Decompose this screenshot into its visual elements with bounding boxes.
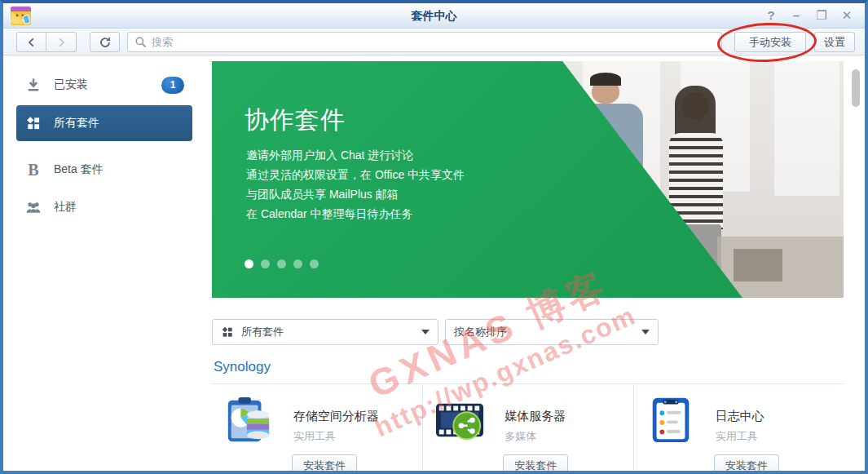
help-icon[interactable]: ? bbox=[764, 7, 778, 24]
sort-value: 按名称排序 bbox=[454, 325, 507, 339]
package-category: 实用工具 bbox=[716, 429, 758, 444]
banner-title: 协作套件 bbox=[245, 104, 346, 137]
manual-install-button[interactable]: 手动安装 bbox=[734, 32, 806, 52]
package-card-log-center: 日志中心 实用工具 安装套件 bbox=[633, 384, 844, 471]
maximize-icon[interactable]: ❐ bbox=[815, 7, 828, 24]
chevron-down-icon bbox=[421, 330, 430, 334]
banner-description: 邀请外部用户加入 Chat 进行讨论 通过灵活的权限设置，在 Office 中共… bbox=[246, 145, 465, 224]
sidebar-item-installed[interactable]: 已安装 1 bbox=[16, 72, 192, 98]
banner-line: 与团队成员共享 MailPlus 邮箱 bbox=[246, 184, 465, 204]
package-name: 媒体服务器 bbox=[504, 409, 566, 424]
banner-dot-4[interactable] bbox=[293, 259, 302, 268]
sidebar-item-beta[interactable]: B Beta 套件 bbox=[16, 157, 192, 183]
promo-banner[interactable]: 协作套件 邀请外部用户加入 Chat 进行讨论 通过灵活的权限设置，在 Offi… bbox=[212, 61, 844, 298]
package-center-window: 套件中心 ? – ❐ ✕ bbox=[0, 0, 868, 474]
beta-icon: B bbox=[24, 161, 42, 179]
banner-line: 邀请外部用户加入 Chat 进行讨论 bbox=[246, 145, 465, 165]
storage-analyzer-icon bbox=[223, 394, 274, 445]
package-category: 实用工具 bbox=[293, 429, 336, 444]
banner-line: 通过灵活的权限设置，在 Office 中共享文件 bbox=[246, 165, 465, 184]
banner-dot-5[interactable] bbox=[310, 259, 319, 268]
forward-button[interactable] bbox=[46, 32, 77, 52]
section-heading-synology: Synology bbox=[214, 359, 271, 375]
installed-count-badge: 1 bbox=[161, 77, 184, 94]
banner-dot-3[interactable] bbox=[277, 259, 286, 268]
log-center-icon bbox=[645, 394, 696, 445]
install-button[interactable]: 安装套件 bbox=[292, 454, 357, 471]
package-name: 存储空间分析器 bbox=[293, 409, 379, 424]
close-icon[interactable]: ✕ bbox=[840, 7, 853, 24]
sidebar-item-label: 所有套件 bbox=[54, 116, 99, 131]
grid-icon bbox=[221, 326, 234, 339]
package-card-storage-analyzer: 存储空间分析器 实用工具 安装套件 bbox=[212, 384, 422, 471]
install-button[interactable]: 安装套件 bbox=[714, 454, 779, 471]
sidebar-item-label: 社群 bbox=[54, 200, 77, 215]
package-name: 日志中心 bbox=[716, 409, 764, 424]
window-title: 套件中心 bbox=[3, 9, 865, 24]
search-box bbox=[127, 32, 722, 52]
back-button[interactable] bbox=[16, 32, 46, 52]
sidebar: 已安装 1 所有套件 B Beta 套件 bbox=[3, 55, 202, 471]
vertical-scrollbar-thumb[interactable] bbox=[852, 69, 860, 107]
media-server-icon bbox=[434, 394, 485, 445]
category-filter-value: 所有套件 bbox=[241, 325, 284, 339]
minimize-icon[interactable]: – bbox=[790, 7, 803, 24]
package-category: 多媒体 bbox=[504, 429, 536, 444]
banner-dot-1[interactable] bbox=[245, 259, 253, 268]
grid-icon bbox=[24, 114, 42, 132]
category-filter-dropdown[interactable]: 所有套件 bbox=[212, 319, 438, 345]
community-icon bbox=[24, 198, 42, 216]
sidebar-item-community[interactable]: 社群 bbox=[16, 194, 192, 220]
refresh-button[interactable] bbox=[90, 32, 120, 52]
sidebar-item-label: 已安装 bbox=[54, 78, 88, 92]
package-card-media-server: 媒体服务器 多媒体 安装套件 bbox=[422, 384, 632, 471]
install-button[interactable]: 安装套件 bbox=[503, 454, 568, 471]
package-card-list: 存储空间分析器 实用工具 安装套件 bbox=[212, 383, 844, 471]
nav-button-group bbox=[16, 32, 77, 52]
sidebar-item-all-packages[interactable]: 所有套件 bbox=[16, 105, 192, 141]
settings-button[interactable]: 设置 bbox=[814, 32, 855, 52]
sidebar-item-label: Beta 套件 bbox=[54, 162, 104, 177]
title-bar: 套件中心 ? – ❐ ✕ bbox=[3, 3, 865, 29]
chevron-down-icon bbox=[641, 330, 650, 334]
banner-pagination-dots bbox=[245, 259, 319, 268]
body-area: 已安装 1 所有套件 B Beta 套件 bbox=[3, 55, 865, 471]
sort-dropdown[interactable]: 按名称排序 bbox=[445, 319, 659, 345]
banner-line: 在 Calendar 中整理每日待办任务 bbox=[246, 204, 465, 224]
window-controls: ? – ❐ ✕ bbox=[764, 7, 853, 24]
search-input[interactable] bbox=[152, 36, 715, 48]
search-icon bbox=[134, 36, 147, 48]
toolbar: 手动安装 设置 bbox=[3, 29, 865, 55]
content-area: 协作套件 邀请外部用户加入 Chat 进行讨论 通过灵活的权限设置，在 Offi… bbox=[202, 55, 865, 471]
banner-dot-2[interactable] bbox=[261, 259, 270, 268]
download-icon bbox=[24, 76, 42, 94]
